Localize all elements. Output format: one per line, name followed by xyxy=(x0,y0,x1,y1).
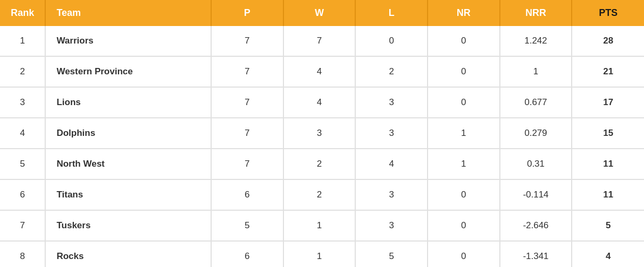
cell-nr: 0 xyxy=(428,87,500,118)
cell-w: 2 xyxy=(283,149,356,179)
cell-team: Tuskers xyxy=(45,210,211,241)
header-p: P xyxy=(211,0,283,26)
cell-team: Titans xyxy=(45,179,211,210)
cell-nr: 0 xyxy=(428,241,500,267)
cell-pts: 11 xyxy=(572,149,644,179)
cell-pts: 4 xyxy=(572,241,644,267)
header-nr: NR xyxy=(428,0,500,26)
header-team: Team xyxy=(45,0,211,26)
cell-nr: 0 xyxy=(428,56,500,87)
cell-p: 5 xyxy=(211,210,283,241)
cell-team: Dolphins xyxy=(45,118,211,149)
table-row: 5North West72410.3111 xyxy=(0,149,644,179)
cell-p: 7 xyxy=(211,118,283,149)
cell-pts: 15 xyxy=(572,118,644,149)
cell-w: 2 xyxy=(283,179,356,210)
header-l: L xyxy=(355,0,428,26)
cell-nrr: 0.279 xyxy=(500,118,572,149)
cell-w: 1 xyxy=(283,241,356,267)
table-row: 1Warriors77001.24228 xyxy=(0,26,644,56)
cell-l: 2 xyxy=(355,56,428,87)
cell-w: 1 xyxy=(283,210,356,241)
cell-nr: 0 xyxy=(428,179,500,210)
header-pts: PTS xyxy=(572,0,644,26)
cell-l: 3 xyxy=(355,118,428,149)
cell-p: 7 xyxy=(211,56,283,87)
cell-l: 3 xyxy=(355,87,428,118)
cell-nr: 0 xyxy=(428,26,500,56)
cell-p: 6 xyxy=(211,241,283,267)
cell-l: 4 xyxy=(355,149,428,179)
cell-rank: 4 xyxy=(0,118,45,149)
header-w: W xyxy=(283,0,356,26)
cell-nrr: -0.114 xyxy=(500,179,572,210)
table-row: 7Tuskers5130-2.6465 xyxy=(0,210,644,241)
cell-nrr: 0.31 xyxy=(500,149,572,179)
cell-nr: 1 xyxy=(428,149,500,179)
cell-pts: 5 xyxy=(572,210,644,241)
header-nrr: NRR xyxy=(500,0,572,26)
table-header-row: Rank Team P W L NR NRR PTS xyxy=(0,0,644,26)
table-row: 4Dolphins73310.27915 xyxy=(0,118,644,149)
cell-team: Warriors xyxy=(45,26,211,56)
cell-team: Rocks xyxy=(45,241,211,267)
cell-w: 4 xyxy=(283,87,356,118)
cell-p: 7 xyxy=(211,149,283,179)
cell-p: 7 xyxy=(211,87,283,118)
standings-table: Rank Team P W L NR NRR PTS 1Warriors7700… xyxy=(0,0,644,267)
cell-nrr: 1 xyxy=(500,56,572,87)
cell-pts: 28 xyxy=(572,26,644,56)
table-row: 2Western Province7420121 xyxy=(0,56,644,87)
cell-rank: 1 xyxy=(0,26,45,56)
cell-w: 3 xyxy=(283,118,356,149)
cell-rank: 2 xyxy=(0,56,45,87)
cell-rank: 3 xyxy=(0,87,45,118)
cell-nr: 0 xyxy=(428,210,500,241)
cell-rank: 5 xyxy=(0,149,45,179)
cell-team: Western Province xyxy=(45,56,211,87)
cell-nr: 1 xyxy=(428,118,500,149)
cell-nrr: -1.341 xyxy=(500,241,572,267)
cell-l: 0 xyxy=(355,26,428,56)
cell-rank: 8 xyxy=(0,241,45,267)
table-row: 3Lions74300.67717 xyxy=(0,87,644,118)
cell-p: 6 xyxy=(211,179,283,210)
table-row: 6Titans6230-0.11411 xyxy=(0,179,644,210)
cell-rank: 7 xyxy=(0,210,45,241)
cell-pts: 21 xyxy=(572,56,644,87)
cell-w: 4 xyxy=(283,56,356,87)
cell-p: 7 xyxy=(211,26,283,56)
cell-pts: 11 xyxy=(572,179,644,210)
cell-nrr: 1.242 xyxy=(500,26,572,56)
cell-rank: 6 xyxy=(0,179,45,210)
cell-l: 3 xyxy=(355,179,428,210)
cell-l: 3 xyxy=(355,210,428,241)
header-rank: Rank xyxy=(0,0,45,26)
cell-l: 5 xyxy=(355,241,428,267)
cell-team: North West xyxy=(45,149,211,179)
cell-team: Lions xyxy=(45,87,211,118)
cell-nrr: -2.646 xyxy=(500,210,572,241)
cell-w: 7 xyxy=(283,26,356,56)
cell-nrr: 0.677 xyxy=(500,87,572,118)
table-row: 8Rocks6150-1.3414 xyxy=(0,241,644,267)
cell-pts: 17 xyxy=(572,87,644,118)
